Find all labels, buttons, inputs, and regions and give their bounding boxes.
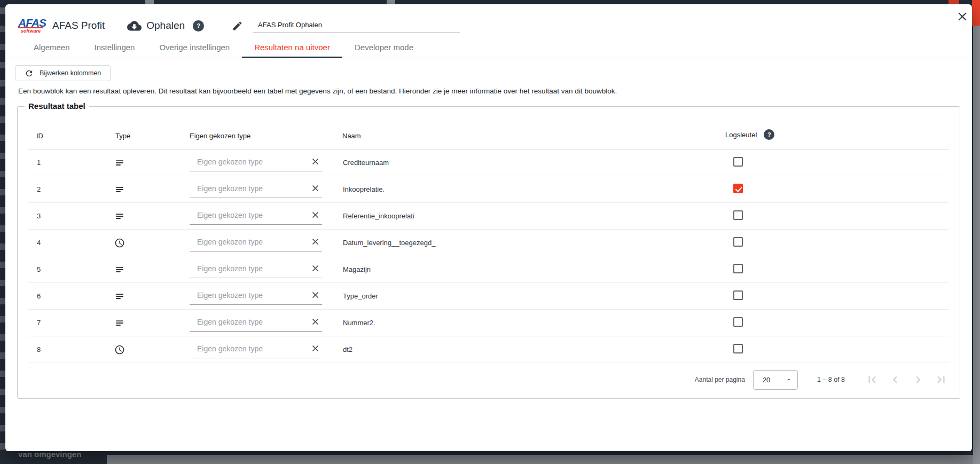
row-name: Datum_levering__toegezegd_ <box>342 239 725 247</box>
clear-icon[interactable] <box>310 210 320 220</box>
log-key-checkbox[interactable] <box>733 237 743 247</box>
prev-page-icon <box>888 373 902 387</box>
dialog-header: AFAS software AFAS Profit Ophalen ? <box>5 4 972 35</box>
background-logo-fragment <box>972 0 980 26</box>
afas-logo: AFAS software <box>18 18 46 34</box>
log-key-checkbox[interactable] <box>733 344 743 353</box>
custom-type-input[interactable] <box>190 181 322 198</box>
help-icon[interactable]: ? <box>193 20 204 32</box>
custom-type-field <box>190 154 322 171</box>
page-range-text: 1 – 8 of 8 <box>817 376 845 383</box>
custom-type-input[interactable] <box>190 208 322 224</box>
name-field-wrapper <box>253 19 460 33</box>
text-lines-icon <box>114 211 182 222</box>
log-key-checkbox[interactable] <box>733 317 743 327</box>
last-page-button[interactable] <box>934 373 948 387</box>
column-header-name: Naam <box>342 132 725 149</box>
prev-page-button[interactable] <box>888 373 902 387</box>
close-icon <box>955 10 969 23</box>
tab-label: Developer mode <box>355 43 413 52</box>
log-key-checkbox[interactable] <box>733 184 743 193</box>
clear-icon[interactable] <box>310 183 320 193</box>
block-name-input[interactable] <box>253 19 460 33</box>
log-key-checkbox[interactable] <box>733 290 743 300</box>
next-page-button[interactable] <box>911 373 925 387</box>
refresh-columns-button[interactable]: Bijwerken kolommen <box>15 65 111 81</box>
text-lines-icon <box>114 184 182 195</box>
clear-icon[interactable] <box>310 156 320 167</box>
action-title: Ophalen <box>146 20 185 32</box>
column-header-id: ID <box>28 132 107 149</box>
row-name: Referentie_inkooprelati <box>342 212 725 220</box>
custom-type-field <box>190 288 322 305</box>
last-page-icon <box>934 373 948 387</box>
text-lines-icon <box>114 318 182 328</box>
table-body: 1 Crediteurnaam 2 Inkooprelatie. <box>28 150 949 363</box>
horizontal-scrollbar[interactable] <box>107 455 973 464</box>
column-header-log-key: Logsleutel ? <box>725 129 832 149</box>
log-key-checkbox[interactable] <box>733 210 743 220</box>
close-button[interactable] <box>954 9 970 25</box>
custom-type-input[interactable] <box>190 154 322 171</box>
clear-icon[interactable] <box>310 317 320 327</box>
table-row: 8 dt2 <box>28 336 949 363</box>
refresh-columns-label: Bijwerken kolommen <box>40 69 101 77</box>
table-row: 5 Magazijn <box>28 256 949 283</box>
tab-resultaten-na-uitvoer[interactable]: Resultaten na uitvoer <box>242 37 342 58</box>
custom-type-input[interactable] <box>190 261 322 278</box>
background-footer-text: van omgevingen <box>18 451 81 459</box>
row-id: 2 <box>28 185 107 193</box>
afas-logo-subtext: software <box>18 27 43 34</box>
table-row: 3 Referentie_inkooprelati <box>28 203 949 230</box>
per-page-label: Aantal per pagina <box>695 376 745 383</box>
column-header-type: Type <box>107 132 182 149</box>
log-key-checkbox[interactable] <box>733 157 743 167</box>
next-page-icon <box>911 373 925 387</box>
tab-algemeen[interactable]: Algemeen <box>21 37 82 58</box>
clear-icon[interactable] <box>310 263 320 273</box>
table-row: 2 Inkooprelatie. <box>28 176 949 203</box>
tabs: AlgemeenInstellingenOverige instellingen… <box>5 37 972 58</box>
tab-overige-instellingen[interactable]: Overige instellingen <box>147 37 242 58</box>
row-id: 5 <box>28 265 107 273</box>
column-header-custom-type: Eigen gekozen type <box>182 132 342 149</box>
clear-icon[interactable] <box>310 343 320 353</box>
custom-type-field <box>190 234 322 251</box>
log-key-checkbox[interactable] <box>733 264 743 273</box>
row-id: 7 <box>28 319 107 327</box>
clear-icon[interactable] <box>310 237 320 247</box>
row-id: 8 <box>28 345 107 353</box>
row-name: Crediteurnaam <box>342 159 725 167</box>
tab-instellingen[interactable]: Instellingen <box>82 37 147 58</box>
background-fragment <box>145 0 154 4</box>
custom-type-input[interactable] <box>190 314 322 331</box>
pencil-icon[interactable] <box>232 20 243 32</box>
clear-icon[interactable] <box>310 290 320 300</box>
row-name: dt2 <box>342 345 725 353</box>
table-row: 6 Type_order <box>28 283 949 310</box>
custom-type-input[interactable] <box>190 288 322 304</box>
text-lines-icon <box>114 158 182 168</box>
table-row: 1 Crediteurnaam <box>28 150 949 176</box>
app-title: AFAS Profit <box>52 20 105 32</box>
row-name: Type_order <box>342 292 725 300</box>
tab-label: Instellingen <box>95 43 135 52</box>
tab-developer-mode[interactable]: Developer mode <box>342 37 426 58</box>
fieldset-legend: Resultaat tabel <box>25 101 89 111</box>
custom-type-input[interactable] <box>190 234 322 251</box>
background-badge <box>948 0 959 4</box>
log-key-help-icon[interactable]: ? <box>764 129 774 140</box>
description-text: Een bouwblok kan een resultaat opleveren… <box>18 87 972 95</box>
tab-label: Resultaten na uitvoer <box>254 43 330 52</box>
custom-type-input[interactable] <box>190 341 322 358</box>
first-page-button[interactable] <box>865 373 879 387</box>
afas-logo-text: AFAS <box>18 18 46 27</box>
dropdown-arrow-icon <box>786 376 792 383</box>
table-row: 4 Datum_levering__toegezegd_ <box>28 230 949 256</box>
per-page-value: 20 <box>763 376 770 384</box>
per-page-select[interactable]: 20 <box>753 370 798 390</box>
text-lines-icon <box>114 264 182 275</box>
tab-label: Algemeen <box>34 43 70 52</box>
vertical-scrollbar[interactable] <box>973 26 980 464</box>
background-footer: van omgevingen <box>0 451 107 464</box>
